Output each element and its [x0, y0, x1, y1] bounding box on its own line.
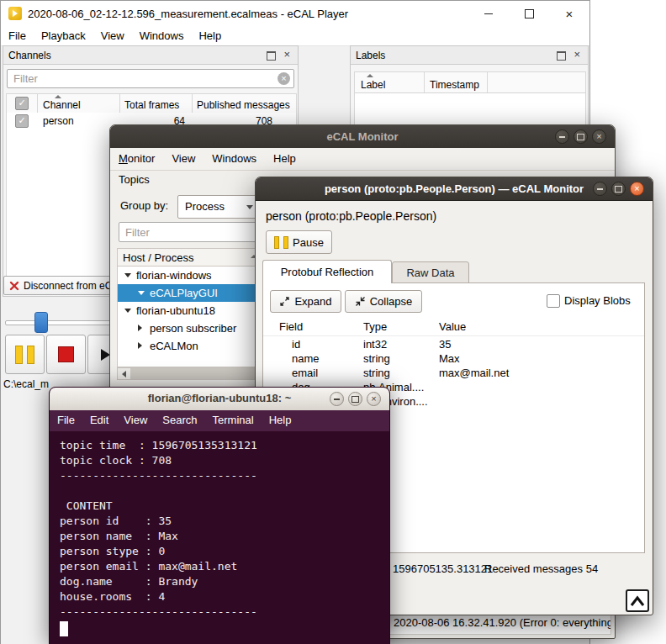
menu-help[interactable]: Help	[265, 148, 304, 170]
menu-file[interactable]: File	[1, 26, 34, 45]
pause-button[interactable]: Pause	[266, 230, 332, 254]
terminal-line: house.rooms : 4	[60, 589, 389, 604]
channel-checkbox[interactable]: ✓	[15, 114, 29, 128]
tree-item-label: eCALPlayGUI	[150, 287, 218, 299]
collapse-button[interactable]: Collapse	[345, 290, 422, 313]
column-header-field[interactable]: Field	[279, 320, 303, 333]
tree-item-label: person subscriber	[150, 322, 236, 335]
column-header-published-messages[interactable]: Published messages	[192, 94, 296, 113]
maximize-button[interactable]	[574, 129, 588, 144]
minimize-button[interactable]	[330, 392, 344, 406]
select-all-column[interactable]: ✓	[7, 94, 38, 113]
table-row[interactable]: name string Max	[263, 351, 644, 366]
close-button[interactable]: ×	[630, 182, 644, 196]
collapse-icon	[355, 296, 366, 307]
menu-help[interactable]: Help	[262, 410, 299, 431]
maximize-icon	[352, 396, 359, 403]
tab-protobuf-reflection[interactable]: Protobuf Reflection	[262, 260, 392, 283]
player-titlebar[interactable]: 2020-08-06_02-12-12.596_measurement.ecal…	[1, 1, 589, 26]
cell-value: max@mail.net	[439, 367, 509, 379]
terminal-titlebar[interactable]: florian@florian-ubuntu18: ~ ×	[50, 388, 389, 411]
scroll-left-button[interactable]	[118, 368, 131, 379]
channels-filter-input[interactable]	[7, 69, 294, 88]
menu-view[interactable]: View	[93, 26, 132, 45]
menu-monitor[interactable]: Monitor	[110, 148, 163, 170]
minimize-button[interactable]	[593, 182, 607, 196]
column-header-total-frames[interactable]: Total frames	[119, 94, 193, 113]
expand-button[interactable]: Expand	[270, 290, 341, 313]
collapsed-arrow-icon[interactable]	[138, 325, 142, 331]
menu-edit[interactable]: Edit	[82, 410, 116, 431]
tree-item-label: florian-windows	[136, 269, 212, 282]
expanded-arrow-icon[interactable]	[124, 273, 131, 277]
terminal-output[interactable]: topic time : 1596705135313121 topic cloc…	[50, 431, 389, 644]
collapsed-arrow-icon[interactable]	[138, 342, 142, 349]
pause-button[interactable]	[5, 335, 45, 374]
menu-search[interactable]: Search	[155, 410, 204, 431]
display-blobs-checkbox[interactable]	[547, 294, 560, 308]
minimize-button[interactable]	[555, 129, 569, 144]
playback-slider-handle[interactable]	[34, 312, 48, 333]
close-panel-icon[interactable]: ×	[574, 48, 580, 61]
group-by-dropdown[interactable]: Process	[177, 195, 260, 219]
column-header-type[interactable]: Type	[363, 320, 387, 333]
column-header-timestamp[interactable]: Timestamp	[424, 72, 488, 92]
menu-terminal[interactable]: Terminal	[205, 410, 262, 431]
labels-table-header: Label Timestamp	[355, 72, 585, 93]
desktop: 2020-08-06_02-12-12.596_measurement.ecal…	[0, 0, 666, 644]
cell-type: string	[363, 367, 390, 379]
pause-icon	[283, 236, 288, 249]
menu-file[interactable]: File	[50, 410, 82, 431]
close-button[interactable]: ×	[549, 1, 589, 26]
menu-help[interactable]: Help	[191, 26, 229, 45]
monitor-titlebar[interactable]: eCAL Monitor ×	[110, 125, 615, 149]
close-button[interactable]: ×	[367, 392, 381, 406]
maximize-button[interactable]	[611, 182, 626, 196]
terminal-menubar: File Edit View Search Terminal Help	[50, 410, 389, 431]
table-row[interactable]: email string max@mail.net	[263, 366, 644, 380]
playback-slider-track[interactable]	[5, 320, 111, 325]
float-panel-icon[interactable]	[557, 51, 566, 61]
expanded-arrow-icon[interactable]	[138, 291, 145, 295]
close-button[interactable]: ×	[592, 129, 606, 144]
topics-filter-input[interactable]	[119, 222, 259, 242]
expand-extended-info-button[interactable]	[626, 589, 649, 612]
close-panel-icon[interactable]: ×	[283, 48, 290, 61]
minimize-button[interactable]	[468, 1, 509, 26]
topic-heading: person (proto:pb.People.Person)	[266, 209, 436, 223]
menu-playback[interactable]: Playback	[34, 26, 93, 45]
stop-button[interactable]	[46, 335, 86, 374]
menu-view[interactable]: View	[116, 410, 155, 431]
labels-panel-header[interactable]: Labels ×	[351, 46, 588, 65]
maximize-button[interactable]	[509, 1, 549, 26]
menu-windows[interactable]: Windows	[132, 26, 192, 45]
select-all-checkbox[interactable]: ✓	[15, 97, 29, 110]
table-row[interactable]: id int32 35	[263, 337, 644, 351]
close-icon: ×	[634, 184, 639, 193]
clear-filter-icon[interactable]: ×	[278, 72, 290, 85]
expanded-arrow-icon[interactable]	[124, 309, 131, 313]
pause-icon	[15, 346, 23, 364]
group-by-label: Group by:	[120, 199, 168, 212]
player-window-title: 2020-08-06_02-12-12.596_measurement.ecal…	[28, 8, 348, 20]
column-header-channel[interactable]: Channel	[37, 94, 120, 113]
channels-panel-header[interactable]: Channels ×	[3, 46, 298, 65]
chevron-down-icon	[246, 205, 253, 209]
app-icon	[8, 7, 22, 20]
menu-view[interactable]: View	[163, 148, 204, 170]
cell-channel: person	[43, 115, 74, 127]
menu-windows[interactable]: Windows	[204, 148, 265, 170]
terminal-line: person email : max@mail.net	[60, 559, 389, 574]
person-titlebar[interactable]: person (proto:pb.People.Person) — eCAL M…	[256, 177, 653, 201]
column-header-value[interactable]: Value	[439, 320, 466, 333]
tab-raw-data[interactable]: Raw Data	[392, 261, 469, 283]
column-header-label[interactable]: Label	[355, 72, 425, 92]
column-label: Total frames	[124, 99, 179, 111]
monitor-menubar: Monitor View Windows Help	[110, 148, 615, 171]
cell-type: string	[363, 352, 390, 365]
maximize-button[interactable]	[348, 392, 362, 406]
scrollbar-handle[interactable]	[130, 368, 274, 379]
float-panel-icon[interactable]	[267, 51, 276, 61]
display-blobs-label: Display Blobs	[564, 294, 631, 307]
tree-item-label: eCALMon	[150, 340, 198, 352]
